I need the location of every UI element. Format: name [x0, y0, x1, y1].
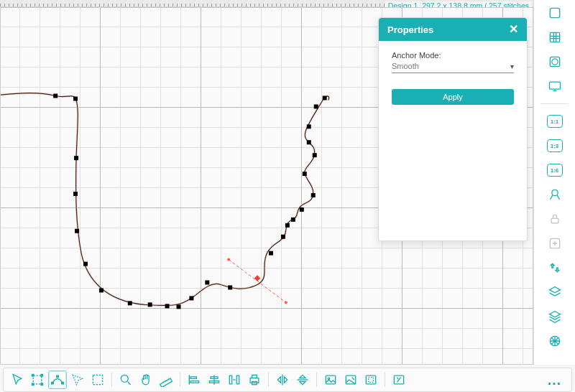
svg-rect-11 [177, 304, 181, 309]
svg-rect-57 [252, 375, 257, 378]
svg-rect-3 [74, 156, 78, 160]
text-edit-box-icon[interactable] [390, 370, 408, 389]
reshape-icon[interactable] [68, 370, 87, 389]
svg-rect-21 [303, 172, 307, 176]
apply-button[interactable]: Apply [392, 89, 514, 105]
svg-rect-17 [285, 223, 290, 228]
toolbar-separator [268, 373, 269, 387]
svg-rect-51 [190, 381, 199, 383]
svg-rect-43 [41, 383, 43, 386]
node-edit-icon[interactable] [48, 370, 67, 389]
screen-preview-icon[interactable] [545, 76, 565, 96]
align-center-icon[interactable] [205, 370, 224, 389]
realistic-preview-icon[interactable] [545, 185, 565, 205]
select-arrow-icon[interactable] [8, 370, 27, 389]
anchor-mode-select[interactable]: Smooth ▾ [392, 61, 514, 73]
zoom-1-3-icon[interactable]: 1:3 [545, 136, 565, 156]
svg-rect-1 [53, 94, 58, 98]
svg-rect-27 [254, 275, 260, 281]
svg-rect-30 [550, 8, 559, 17]
zoom-1-1-icon[interactable]: 1:1 [545, 111, 565, 131]
toolbar-separator [385, 373, 385, 387]
svg-rect-4 [73, 192, 78, 196]
svg-rect-23 [307, 140, 311, 144]
reorder-icon[interactable] [545, 258, 565, 278]
print-icon[interactable] [245, 370, 264, 389]
svg-rect-44 [52, 382, 54, 384]
svg-rect-47 [93, 375, 102, 384]
chevron-down-icon: ▾ [510, 62, 514, 70]
bottom-toolbar: … [3, 368, 572, 392]
svg-rect-45 [62, 382, 64, 384]
svg-rect-8 [128, 301, 132, 305]
image-crop-icon[interactable] [362, 370, 380, 389]
properties-panel[interactable]: Properties ✕ Anchor Mode: Smooth ▾ Apply [378, 17, 528, 241]
svg-rect-50 [190, 377, 196, 379]
layers-alt-icon[interactable] [545, 307, 565, 327]
distribute-icon[interactable] [225, 370, 244, 389]
svg-point-29 [285, 301, 288, 304]
pan-hand-icon[interactable] [137, 370, 155, 389]
svg-rect-59 [326, 375, 335, 384]
right-toolbar: 1:1 1:3 1:6 [533, 0, 575, 365]
bounding-box-icon[interactable] [28, 370, 47, 389]
flip-vertical-icon[interactable] [293, 370, 312, 389]
svg-rect-14 [228, 285, 232, 289]
toolbar-separator [180, 373, 180, 387]
zoom-1-6-icon[interactable]: 1:6 [545, 160, 565, 180]
color-wheel-icon[interactable] [545, 331, 565, 351]
panel-body: Anchor Mode: Smooth ▾ Apply [379, 41, 527, 241]
svg-rect-42 [32, 383, 34, 386]
add-layer-icon [545, 233, 565, 253]
svg-rect-20 [311, 193, 316, 197]
svg-rect-2 [73, 97, 78, 101]
svg-point-33 [551, 59, 557, 65]
svg-rect-46 [57, 375, 59, 378]
svg-rect-41 [41, 375, 43, 377]
marquee-select-icon[interactable] [88, 370, 107, 389]
svg-rect-13 [205, 280, 209, 284]
grid-toggle-icon[interactable] [545, 3, 565, 23]
svg-rect-36 [551, 218, 558, 223]
align-left-icon[interactable] [185, 370, 203, 389]
svg-rect-9 [148, 302, 152, 307]
more-icon[interactable]: … [543, 372, 567, 388]
svg-rect-19 [300, 207, 304, 212]
svg-rect-25 [314, 104, 318, 108]
svg-rect-16 [281, 235, 285, 239]
flip-horizontal-icon[interactable] [273, 370, 292, 389]
image-tool-icon[interactable] [321, 370, 340, 389]
svg-rect-24 [307, 124, 311, 129]
svg-rect-12 [189, 296, 193, 300]
svg-rect-63 [369, 378, 374, 383]
panel-header[interactable]: Properties ✕ [379, 18, 527, 41]
svg-rect-54 [229, 375, 231, 384]
svg-point-28 [227, 258, 230, 261]
svg-rect-6 [83, 262, 88, 266]
image-edit-icon[interactable] [341, 370, 360, 389]
svg-rect-22 [313, 153, 317, 157]
svg-rect-49 [160, 378, 172, 387]
layers-icon[interactable] [545, 282, 565, 302]
svg-rect-26 [323, 96, 327, 101]
svg-rect-10 [165, 304, 170, 308]
svg-rect-56 [250, 378, 259, 383]
toolbar-separator [111, 373, 112, 387]
svg-rect-5 [75, 229, 79, 233]
lock-icon [545, 209, 565, 229]
svg-rect-62 [366, 375, 375, 384]
panel-title: Properties [387, 24, 433, 35]
hoop-preview-icon[interactable] [545, 52, 565, 72]
anchor-mode-label: Anchor Mode: [392, 51, 514, 60]
side-separator [540, 103, 569, 104]
svg-rect-7 [99, 288, 104, 292]
zoom-icon[interactable] [116, 370, 135, 389]
svg-point-35 [551, 190, 557, 195]
snap-to-grid-icon[interactable] [545, 27, 565, 47]
anchor-mode-value: Smooth [392, 62, 419, 70]
svg-point-48 [121, 375, 128, 382]
svg-rect-15 [269, 251, 273, 256]
ruler-icon[interactable] [157, 370, 175, 389]
close-icon[interactable]: ✕ [509, 24, 518, 35]
svg-rect-31 [550, 32, 559, 42]
